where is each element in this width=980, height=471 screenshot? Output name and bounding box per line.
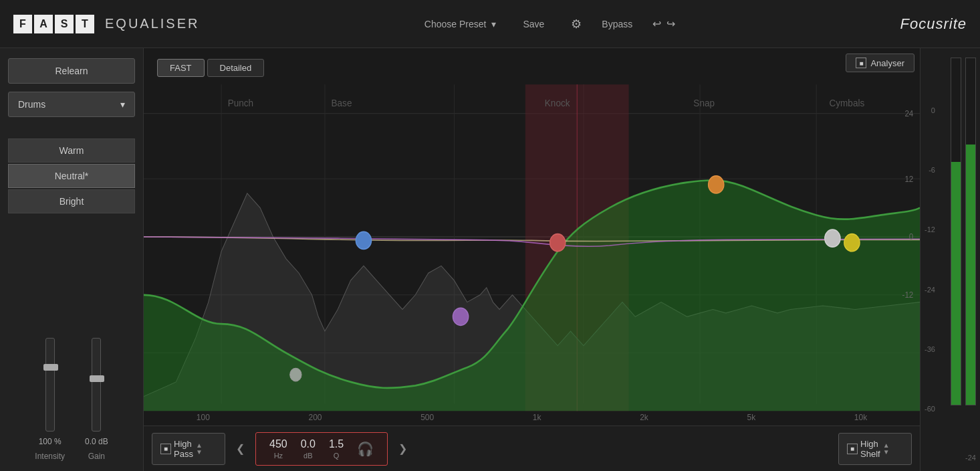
svg-point-22 [356, 231, 371, 249]
gear-icon[interactable]: ⚙ [571, 17, 582, 31]
warm-tone-button[interactable]: Warm [8, 138, 135, 163]
relearn-button[interactable]: Relearn [8, 58, 135, 84]
freq-param: 450 Hz [269, 438, 287, 460]
left-filter-label: HighPass [174, 439, 193, 459]
eq-area: FAST Detailed ■ Analyser [144, 48, 920, 471]
intensity-slider-col: 100 % Intensity [35, 338, 65, 461]
svg-point-28 [290, 368, 301, 381]
intensity-label: Intensity [35, 452, 65, 461]
app-title: EQUALISER [105, 16, 199, 31]
drums-label: Drums [18, 99, 45, 110]
preset-chevron-icon: ▾ [491, 19, 496, 29]
analyser-label: Analyser [870, 58, 904, 68]
svg-point-23 [453, 308, 468, 325]
header-center: Choose Preset ▾ Save ⚙ Bypass ↩ ↪ [199, 16, 900, 32]
selected-band-info: 450 Hz 0.0 dB 1.5 Q 🎧 [255, 432, 388, 466]
freq-2k: 2k [640, 413, 648, 422]
svg-text:24: 24 [904, 108, 913, 118]
logo-a: A [34, 15, 53, 33]
save-button[interactable]: Save [516, 16, 551, 32]
svg-text:Punch: Punch [228, 97, 253, 108]
vu-bottom-label: -24 [965, 454, 976, 462]
right-filter-selector[interactable]: ■ HighShelf ▲ ▼ [838, 433, 912, 465]
q-param: 1.5 Q [329, 438, 344, 460]
vu-tick-60: -60 [925, 405, 939, 413]
headphone-icon[interactable]: 🎧 [357, 441, 374, 457]
analyser-button[interactable]: ■ Analyser [846, 54, 914, 72]
vu-tick-0: 0 [925, 106, 939, 114]
analyser-toggle-icon: ■ [856, 58, 866, 68]
svg-text:Snap: Snap [693, 97, 715, 108]
freq-200: 200 [308, 413, 322, 422]
vu-meters [951, 58, 976, 405]
gain-slider-track[interactable] [92, 338, 101, 432]
preset-label: Choose Preset [424, 19, 487, 29]
down-arrow-icon[interactable]: ▼ [196, 449, 203, 456]
gain-param: 0.0 dB [301, 438, 316, 460]
header: F A S T EQUALISER Choose Preset ▾ Save ⚙… [0, 0, 980, 48]
gain-slider-col: 0.0 dB Gain [85, 338, 108, 461]
undo-redo-group: ↩ ↪ [652, 17, 675, 30]
svg-point-25 [709, 176, 724, 193]
svg-text:Knock: Knock [545, 97, 570, 108]
freq-100: 100 [197, 413, 210, 422]
preset-selector[interactable]: Choose Preset ▾ [424, 19, 497, 29]
undo-button[interactable]: ↩ [652, 17, 661, 30]
left-filter-selector[interactable]: ■ HighPass ▲ ▼ [152, 433, 225, 465]
intensity-value: 100 % [39, 437, 62, 446]
svg-text:Base: Base [332, 97, 352, 108]
freq-labels-row: 100 200 500 1k 2k 5k 10k [144, 413, 920, 422]
app-container: F A S T EQUALISER Choose Preset ▾ Save ⚙… [0, 0, 980, 471]
left-panel: Relearn Drums ▾ Warm Neutral* Bright 100… [0, 48, 144, 471]
eq-svg: 24 12 0 -12 Punch Base Knock Snap Cymbal… [144, 48, 920, 426]
left-filter-toggle-icon[interactable]: ■ [160, 444, 171, 454]
tab-detailed[interactable]: Detailed [207, 59, 265, 77]
right-up-arrow-icon[interactable]: ▲ [883, 442, 890, 449]
right-filter-toggle-icon[interactable]: ■ [847, 444, 858, 454]
vu-tick-12: -12 [925, 225, 939, 233]
gain-value: 0.0 dB [85, 437, 108, 446]
band-nav-right-button[interactable]: ❯ [393, 442, 412, 455]
svg-text:Cymbals: Cymbals [830, 97, 865, 108]
svg-point-24 [550, 234, 566, 252]
logo-letters: F A S T [13, 15, 94, 33]
right-panel: 0 -6 -12 -24 -36 -60 -24 [920, 48, 980, 471]
tone-options: Warm Neutral* Bright [8, 138, 135, 213]
bypass-button[interactable]: Bypass [602, 19, 632, 29]
logo-block: F A S T EQUALISER [13, 15, 199, 33]
bright-tone-button[interactable]: Bright [8, 189, 135, 213]
vu-meter-left [951, 58, 961, 405]
band-freq-value: 450 [269, 438, 287, 450]
freq-1k: 1k [533, 413, 541, 422]
svg-text:-12: -12 [902, 290, 914, 300]
sliders-row: 100 % Intensity 0.0 dB Gain [8, 235, 135, 461]
tab-fast[interactable]: FAST [157, 59, 205, 77]
logo-f: F [13, 15, 32, 33]
right-down-arrow-icon[interactable]: ▼ [883, 449, 890, 456]
gain-slider-thumb[interactable] [90, 375, 104, 382]
brand-name: Focusrite [900, 15, 967, 33]
vu-meter-right [965, 58, 976, 405]
vu-db-scale: 0 -6 -12 -24 -36 -60 [925, 48, 939, 471]
redo-button[interactable]: ↪ [666, 17, 675, 30]
eq-tabs: FAST Detailed [149, 54, 272, 82]
eq-canvas[interactable]: 24 12 0 -12 Punch Base Knock Snap Cymbal… [144, 48, 920, 426]
vu-tick-6: -6 [925, 166, 939, 174]
right-filter-arrows[interactable]: ▲ ▼ [883, 442, 890, 456]
band-nav-left-button[interactable]: ❮ [231, 442, 250, 455]
gain-label: Gain [88, 452, 105, 461]
drums-selector[interactable]: Drums ▾ [8, 92, 135, 117]
neutral-tone-button[interactable]: Neutral* [8, 164, 135, 188]
intensity-slider-track[interactable] [45, 338, 55, 432]
main-area: Relearn Drums ▾ Warm Neutral* Bright 100… [0, 48, 980, 471]
intensity-slider-thumb[interactable] [43, 364, 58, 371]
band-q-value: 1.5 [329, 438, 344, 450]
vu-meter-left-fill [951, 162, 961, 405]
logo-t: T [76, 15, 94, 33]
band-gain-value: 0.0 [301, 438, 316, 450]
vu-tick-36: -36 [925, 345, 939, 353]
left-filter-arrows[interactable]: ▲ ▼ [196, 442, 203, 456]
band-gain-unit: dB [303, 452, 312, 460]
up-arrow-icon[interactable]: ▲ [196, 442, 203, 449]
freq-5k: 5k [747, 413, 755, 422]
